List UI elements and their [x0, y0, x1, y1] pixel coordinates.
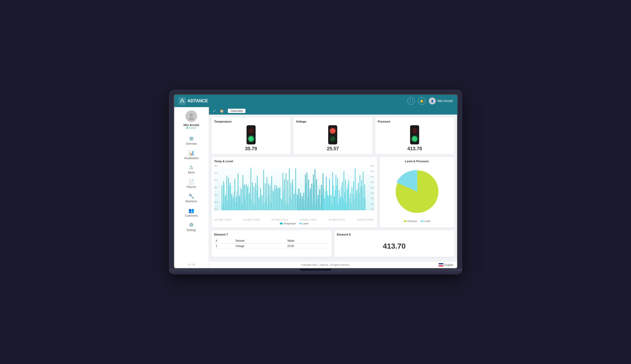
sidebar-item-customers[interactable]: 👥 Customers [174, 205, 209, 219]
sidebar-item-machines[interactable]: 🔧 Machines [174, 191, 209, 205]
sidebar-item-visualization[interactable]: 📊 Visualization [174, 148, 209, 162]
status-dot [186, 127, 188, 129]
notification-button[interactable]: 🔔 [418, 97, 426, 105]
bar-group [262, 195, 263, 210]
breadcrumb-bar: ⤢ 🏠 › Overview [209, 107, 457, 115]
bar-group [223, 181, 225, 210]
machines-icon: 🔧 [188, 193, 194, 199]
bar-group [231, 194, 233, 210]
bar-group [356, 189, 358, 210]
bar-group [254, 187, 255, 210]
bar-group [294, 189, 295, 210]
bar-chart [214, 165, 374, 210]
bar-group [246, 184, 247, 210]
expand-button[interactable]: ⤢ [213, 109, 216, 113]
bar-group [323, 173, 324, 210]
pressure-title: Pressure [378, 120, 390, 123]
pressure-value: 413.70 [407, 146, 422, 152]
sidebar-item-reports[interactable]: 📄 Reports [174, 177, 209, 191]
bar-group [364, 184, 366, 210]
sidebar-item-settings[interactable]: ⚙ Settings [174, 220, 209, 234]
bar-group [287, 180, 289, 210]
bar-group [271, 176, 273, 210]
bar-group [241, 189, 242, 210]
laptop-shell: ADTANCE ⛶ 🔔 👤 Nils Arnold [169, 90, 462, 274]
bar-group [252, 183, 253, 210]
element6-value: 413.70 [337, 238, 452, 254]
bar-group [255, 183, 257, 210]
bar-group [228, 178, 229, 210]
bar-group [251, 168, 252, 210]
element6-title: Element 6 [337, 233, 452, 236]
fullscreen-button[interactable]: ⛶ [407, 97, 415, 105]
bar-group [300, 193, 301, 210]
bar-group [291, 183, 292, 210]
top-bar: ADTANCE ⛶ 🔔 👤 Nils Arnold [174, 95, 457, 107]
bar-group [363, 172, 364, 210]
svg-point-1 [190, 114, 193, 117]
bar-group [319, 189, 321, 210]
laptop-screen: ADTANCE ⛶ 🔔 👤 Nils Arnold [174, 94, 458, 269]
main-content: Nils Arnold Online ⊞ Overview 📊 Visualiz… [174, 107, 457, 268]
user-avatar-top: 👤 [429, 98, 436, 104]
bar-group [305, 175, 306, 210]
sidebar-item-alerts[interactable]: ⚠ Alerts [174, 162, 209, 176]
bar-group [289, 168, 290, 210]
bar-group [259, 197, 260, 210]
laptop-base [169, 269, 462, 274]
bar-group [321, 185, 322, 210]
main-grid: Temperature 35.79 Voltage [209, 115, 457, 261]
bar-group [318, 185, 319, 210]
bar-group [227, 176, 228, 210]
bar-group [244, 184, 245, 210]
element6-card: Element 6 413.70 [334, 230, 454, 257]
bar-group [225, 194, 226, 210]
bar-group [286, 173, 287, 210]
bar-group [342, 181, 343, 210]
bar-group [230, 183, 231, 210]
voltage-green-light [330, 136, 335, 141]
level-pressure-title: Level & Pressure [405, 160, 429, 163]
metric-card-temperature: Temperature 35.79 [212, 117, 291, 154]
bar-group [352, 187, 353, 210]
bar-group [311, 184, 313, 210]
bar-group [273, 189, 274, 210]
temp-level-card: Temp & Level 38.0 37.5 37.0 36.5 36.0 35… [212, 157, 377, 228]
chart-y-right: 95.0 94.5 94.0 93.5 93.0 92.5 92.0 91.5 [371, 165, 374, 210]
metric-card-voltage: Voltage 25.57 [293, 117, 372, 154]
svg-rect-0 [178, 97, 186, 105]
bar-group [358, 183, 359, 210]
col-value: Value [286, 238, 329, 244]
overview-icon: ⊞ [189, 136, 193, 141]
temperature-red-light [248, 128, 254, 134]
bar-group [360, 175, 361, 210]
pie-chart [390, 165, 444, 218]
chart-x-labels: 25.4.2023, 17:49:51 25.4.2023, 17:50:41 … [214, 218, 374, 221]
bar-group [299, 189, 300, 210]
pie-legend-pressure: Pressure [404, 220, 417, 223]
bar-group [328, 195, 329, 210]
bar-group [303, 193, 305, 210]
legend-level-dot [299, 223, 302, 224]
bar-group [292, 180, 293, 210]
chart-y-left: 38.0 37.5 37.0 36.5 36.0 35.5 35.0 [214, 165, 218, 210]
bar-group [332, 172, 334, 210]
sidebar-item-overview[interactable]: ⊞ Overview [174, 134, 209, 147]
bar-group [336, 175, 337, 210]
footer-language[interactable]: English [439, 263, 453, 266]
bar-group [284, 179, 285, 210]
pie-level-dot [421, 220, 423, 222]
bar-group [283, 173, 284, 210]
bar-group [243, 175, 244, 210]
bar-group [281, 199, 282, 210]
metric-card-pressure: Pressure 413.70 [375, 117, 454, 154]
bar-group [249, 187, 250, 210]
bar-group [257, 176, 258, 210]
bar-group [307, 172, 308, 210]
bar-group [238, 173, 239, 210]
bar-group [222, 185, 223, 210]
metrics-row: Temperature 35.79 Voltage [212, 117, 454, 154]
element7-card: Element 7 # Sensor Value [212, 230, 332, 257]
breadcrumb-home[interactable]: 🏠 [220, 109, 224, 113]
bar-group [350, 193, 351, 210]
